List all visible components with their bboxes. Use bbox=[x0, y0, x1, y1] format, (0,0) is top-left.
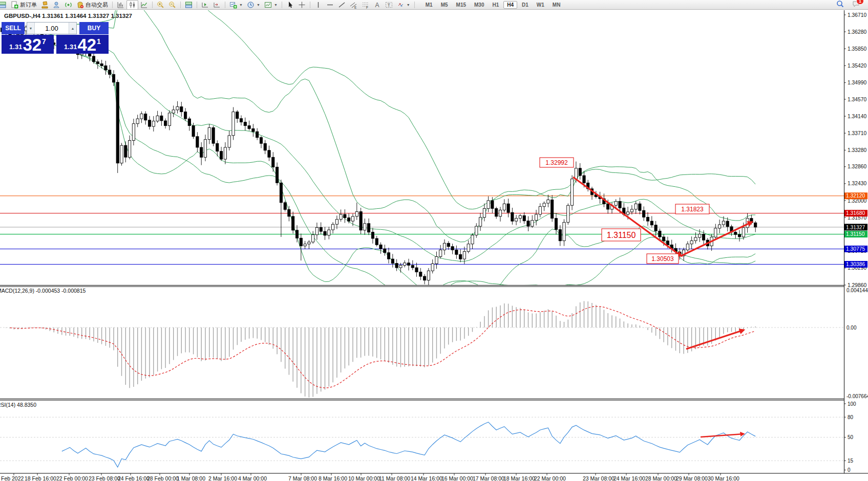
tf-W1-button[interactable]: W1 bbox=[533, 1, 548, 9]
price-annotation[interactable]: 1.32992 bbox=[540, 158, 574, 167]
trend-arrow[interactable] bbox=[573, 177, 681, 256]
svg-text:1.32992: 1.32992 bbox=[545, 159, 568, 166]
buy-price-big: 42 bbox=[77, 37, 96, 52]
template-button[interactable]: ▼ bbox=[262, 0, 280, 10]
candlestick-chart-icon bbox=[129, 1, 136, 9]
bollinger-upper-band[interactable] bbox=[34, 0, 755, 209]
buy-price-display[interactable]: 1.31 42 1 bbox=[56, 35, 109, 54]
text-icon: A bbox=[373, 1, 381, 9]
bollinger-upper-band[interactable] bbox=[34, 0, 755, 242]
auto-scroll-button[interactable] bbox=[211, 0, 223, 10]
add-indicator-icon bbox=[229, 1, 237, 9]
chevron-down-icon[interactable]: ▼ bbox=[407, 3, 410, 7]
text-label-button[interactable]: T bbox=[383, 0, 395, 10]
svg-text:1.33280: 1.33280 bbox=[848, 147, 866, 153]
trading-terminal-window: 新订单自动交易▼▼▼EFAT▼M1M5M15M30H1H4D1W1MN1 1.3… bbox=[0, 0, 868, 481]
line-chart-button[interactable] bbox=[138, 0, 150, 10]
tf-D1-button[interactable]: D1 bbox=[518, 1, 532, 9]
chart-window-icon bbox=[0, 1, 7, 9]
stamp-button[interactable] bbox=[39, 0, 51, 10]
crosshair-button[interactable] bbox=[296, 0, 308, 10]
svg-text:1.36710: 1.36710 bbox=[848, 12, 866, 18]
shapes-button[interactable]: ▼ bbox=[395, 0, 412, 10]
signal-button[interactable] bbox=[62, 0, 74, 10]
chart-title: GBPUSD-,H4 1.31361 1.31464 1.31327 1.313… bbox=[4, 13, 132, 19]
svg-text:8 Mar 16:00: 8 Mar 16:00 bbox=[319, 475, 347, 481]
sell-price-display[interactable]: 1.31 32 7 bbox=[2, 35, 54, 54]
toolbar-separator bbox=[414, 2, 415, 8]
trend-arrow[interactable] bbox=[686, 330, 744, 349]
tf-H1-button[interactable]: H1 bbox=[489, 1, 502, 9]
price-axis-badge: 1.31680 bbox=[844, 210, 867, 216]
tf-MN-button[interactable]: MN bbox=[549, 1, 564, 9]
auto-trading-icon bbox=[76, 1, 84, 9]
main-price-pane: 1.329921.318231.311501.30503 bbox=[0, 0, 844, 303]
text-button[interactable]: A bbox=[371, 0, 383, 10]
svg-text:Feb 2022: Feb 2022 bbox=[1, 475, 24, 481]
search-button[interactable] bbox=[836, 0, 844, 10]
new-order-icon bbox=[11, 1, 18, 9]
svg-text:1.30775: 1.30775 bbox=[846, 246, 865, 252]
channel-button[interactable]: E bbox=[348, 0, 359, 10]
sell-price-big: 32 bbox=[23, 37, 41, 52]
auto-scroll-icon bbox=[213, 1, 221, 9]
vertical-line-button[interactable] bbox=[312, 0, 324, 10]
bar-chart-button[interactable] bbox=[115, 0, 126, 10]
tf-M15-button[interactable]: M15 bbox=[453, 1, 470, 9]
new-order-button[interactable]: 新订单 bbox=[9, 0, 39, 10]
chevron-down-icon[interactable]: ▼ bbox=[239, 3, 243, 7]
zoom-out-button[interactable] bbox=[166, 0, 178, 10]
price-annotation[interactable]: 1.31823 bbox=[675, 204, 709, 214]
chart-shift-button[interactable] bbox=[199, 0, 211, 10]
svg-text:1.31327: 1.31327 bbox=[846, 225, 865, 230]
tf-H4-button[interactable]: H4 bbox=[503, 1, 517, 9]
add-indicator-button[interactable]: ▼ bbox=[227, 0, 245, 10]
buy-button[interactable]: BUY bbox=[79, 22, 109, 34]
tf-M5-button[interactable]: M5 bbox=[437, 1, 452, 9]
chat-button[interactable]: 1 bbox=[852, 0, 860, 10]
tile-windows-button[interactable] bbox=[183, 0, 195, 10]
trendline-button[interactable] bbox=[336, 0, 348, 10]
period-clock-button[interactable]: ▼ bbox=[245, 0, 262, 10]
zoom-in-button[interactable] bbox=[155, 0, 166, 10]
chevron-down-icon[interactable]: ▼ bbox=[257, 3, 260, 7]
tf-M1-button[interactable]: M1 bbox=[422, 1, 436, 9]
candlestick-chart-button[interactable] bbox=[126, 0, 138, 10]
chevron-down-icon[interactable]: ▼ bbox=[274, 3, 278, 7]
svg-text:1.36280: 1.36280 bbox=[848, 29, 866, 35]
price-annotation[interactable]: 1.30503 bbox=[647, 254, 679, 264]
tf-M30-button[interactable]: M30 bbox=[471, 1, 488, 9]
price-axis-badge: 1.31150 bbox=[844, 231, 867, 237]
chart-window-button[interactable] bbox=[0, 0, 9, 10]
svg-text:T: T bbox=[387, 3, 390, 8]
svg-text:1.32860: 1.32860 bbox=[848, 164, 866, 169]
cursor-button[interactable] bbox=[284, 0, 296, 10]
auto-trading-button[interactable]: 自动交易 bbox=[74, 0, 110, 10]
toolbar-separator bbox=[152, 2, 153, 8]
buy-price-sup: 1 bbox=[97, 37, 101, 46]
toolbar-right: 1 bbox=[836, 0, 867, 10]
svg-text:1.31680: 1.31680 bbox=[846, 210, 865, 216]
search-icon bbox=[836, 0, 844, 8]
zoom-in-icon bbox=[157, 1, 164, 9]
price-axis: 1.367101.362801.358501.354201.349901.345… bbox=[844, 0, 868, 473]
toolbar-button-label: 自动交易 bbox=[86, 1, 108, 9]
volume-increase-button[interactable]: ▲ bbox=[69, 23, 76, 34]
trend-arrow[interactable] bbox=[701, 434, 744, 437]
svg-text:1.33710: 1.33710 bbox=[848, 130, 866, 136]
stamp-icon bbox=[41, 1, 49, 9]
svg-text:22 Mar 00:00: 22 Mar 00:00 bbox=[534, 475, 566, 481]
period-clock-icon bbox=[247, 1, 255, 9]
pane-separators[interactable] bbox=[0, 286, 844, 401]
fibonacci-button[interactable]: F bbox=[359, 0, 371, 10]
price-axis-badge: 1.30775 bbox=[844, 246, 867, 252]
volume-input[interactable] bbox=[35, 23, 69, 34]
price-annotation[interactable]: 1.31150 bbox=[602, 229, 641, 241]
bar-chart-icon bbox=[117, 1, 124, 9]
price-chart-svg: 1.329921.318231.311501.30503MACD(12,26,9… bbox=[0, 0, 868, 481]
svg-text:0.004144: 0.004144 bbox=[846, 288, 868, 293]
volume-decrease-button[interactable]: ▼ bbox=[27, 23, 35, 34]
profile-button[interactable] bbox=[51, 0, 62, 10]
sell-button[interactable]: SELL bbox=[2, 22, 25, 34]
horizontal-line-button[interactable] bbox=[324, 0, 336, 10]
